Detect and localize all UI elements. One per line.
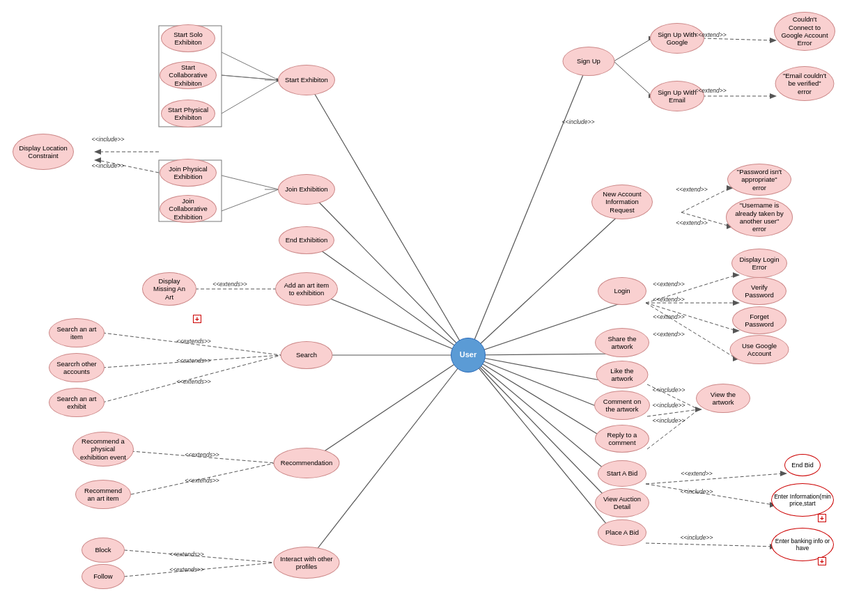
- email-not-verified-label: "Email couldn't be verified" error: [782, 72, 828, 95]
- join-exhibiton-node: Join Exhibition: [278, 174, 335, 205]
- enter-info-label: Enter Information(min price,start: [772, 493, 833, 507]
- include-label-signup: <<include>>: [562, 118, 595, 125]
- couldnt-connect-label: Couldn't Connect to Google Account Error: [780, 15, 829, 47]
- sign-up-email-label: Sign Up With Email: [656, 88, 698, 104]
- search-accounts-label: Searcrh other accounts: [55, 360, 98, 376]
- login-node: Login: [598, 277, 646, 305]
- search-exhibit-node: Search an art exhibit: [49, 388, 104, 417]
- email-not-verified-node: "Email couldn't be verified" error: [775, 66, 835, 101]
- svg-line-72: [646, 543, 773, 547]
- start-collab-node: Start Collaborative Exhibiton: [160, 61, 217, 89]
- join-collab-node: Join Collaborative Exhibition: [160, 195, 217, 223]
- user-label: User: [460, 350, 476, 359]
- pwd-error-label: "Password isn't appropriate" error: [734, 168, 785, 191]
- end-exhibiton-node: End Exhibition: [279, 226, 334, 254]
- svg-line-0: [307, 80, 468, 355]
- interact-label: Interact with other profiles: [280, 555, 334, 571]
- forget-password-label: Forget Password: [738, 313, 780, 329]
- recommend-phys-node: Recommend a physical exhibition event: [72, 432, 134, 467]
- join-physical-node: Join Physical Exhibition: [160, 159, 217, 187]
- start-bid-node: Start A Bid: [598, 460, 646, 487]
- svg-line-24: [222, 175, 279, 189]
- search-exhibit-label: Search an art exhibit: [55, 395, 98, 411]
- include-label-view1: <<include>>: [653, 386, 685, 393]
- block-label: Block: [95, 546, 111, 554]
- add-art-label: Add an art item to exhibition: [281, 281, 332, 297]
- enter-info-node: Enter Information(min price,start: [771, 483, 834, 517]
- svg-marker-65: [695, 407, 702, 412]
- svg-marker-28: [94, 149, 101, 155]
- extends-label-search2: <<extends>>: [176, 357, 211, 364]
- extends-label-missing: <<extends>>: [212, 281, 247, 288]
- join-physical-label: Join Physical Exhibition: [166, 165, 210, 181]
- extends-label-search3: <<extends>>: [176, 378, 211, 385]
- enter-banking-label: Enter banking info or have: [772, 538, 833, 551]
- display-missing-node: Display Missing An Art: [142, 272, 196, 306]
- start-exhibiton-node: Start Exhibiton: [278, 65, 335, 95]
- start-phys-label: Start Physical Exhibiton: [167, 106, 209, 122]
- include-label-view3: <<include>>: [653, 417, 685, 424]
- verify-password-node: Verify Password: [732, 277, 786, 305]
- extends-label-int1: <<extends>>: [169, 551, 204, 558]
- pwd-error-node: "Password isn't appropriate" error: [727, 164, 791, 196]
- start-bid-label: Start A Bid: [607, 469, 637, 477]
- extend-label-email: <<extend>>: [695, 87, 726, 94]
- extend-label-newaccount2: <<extend>>: [676, 219, 707, 226]
- include-label-bid2: <<include>>: [681, 488, 713, 495]
- search-accounts-node: Searcrh other accounts: [49, 353, 104, 382]
- display-loc-label: Display Location Constraint: [19, 144, 68, 160]
- svg-marker-69: [780, 471, 787, 476]
- extends-label-rec1: <<extends>>: [185, 451, 219, 458]
- end-bid-label: End Bid: [791, 462, 814, 469]
- extend-label-google: <<extend>>: [695, 31, 726, 38]
- start-collab-label: Start Collaborative Exhibiton: [166, 63, 210, 87]
- display-login-error-label: Display Login Error: [738, 256, 781, 272]
- interact-node: Interact with other profiles: [274, 547, 340, 579]
- view-artwork-label: View the artwork: [702, 391, 744, 407]
- svg-line-16: [468, 355, 622, 543]
- extend-label-bid1: <<extend>>: [681, 470, 712, 477]
- include-label-2: <<include>>: [92, 162, 125, 169]
- extend-label-login2: <<extend>>: [653, 296, 684, 303]
- recommend-art-node: Recommend an art item: [75, 480, 131, 509]
- start-exhibiton-label: Start Exhibiton: [285, 76, 328, 84]
- svg-line-66: [647, 409, 699, 416]
- share-artwork-label: Share the artwork: [601, 335, 643, 351]
- start-phys-node: Start Physical Exhibiton: [161, 100, 215, 127]
- svg-line-21: [222, 75, 279, 80]
- svg-line-68: [646, 473, 784, 484]
- view-auction-node: View Auction Detail: [595, 488, 649, 517]
- join-collab-label: Join Collaborative Exhibition: [166, 197, 210, 221]
- use-google-node: Use Google Account: [730, 335, 789, 364]
- svg-line-1: [307, 189, 468, 355]
- like-artwork-label: Like the artwork: [603, 367, 642, 383]
- extend-label-login3: <<extend>>: [653, 313, 684, 320]
- sign-up-google-label: Sign Up With Google: [656, 31, 698, 47]
- end-bid-node: End Bid: [784, 454, 821, 476]
- extend-label-login4: <<extend>>: [653, 331, 684, 338]
- use-google-label: Use Google Account: [736, 342, 783, 358]
- place-bid-node: Place A Bid: [598, 519, 646, 546]
- svg-line-44: [614, 38, 652, 61]
- comment-artwork-label: Comment on the artwork: [600, 398, 644, 414]
- svg-line-25: [222, 189, 279, 211]
- extends-label-int2: <<extends>>: [169, 566, 204, 573]
- svg-marker-59: [733, 300, 740, 306]
- place-bid-label: Place A Bid: [605, 528, 639, 536]
- extends-label-rec2: <<extends>>: [185, 477, 219, 484]
- reply-comment-node: Reply to a comment: [595, 425, 649, 453]
- comment-artwork-node: Comment on the artwork: [594, 391, 650, 420]
- extend-label-newaccount1: <<extend>>: [676, 186, 707, 193]
- recommendation-label: Recommendation: [281, 459, 332, 467]
- svg-line-19: [222, 75, 279, 80]
- include-label-1: <<include>>: [92, 136, 125, 143]
- svg-line-5: [307, 355, 468, 463]
- extend-label-login1: <<extend>>: [653, 281, 684, 288]
- display-login-error-node: Display Login Error: [731, 249, 787, 278]
- start-solo-label: Start Solo Exhibiton: [167, 31, 209, 47]
- username-error-node: "Username is already taken by another us…: [726, 198, 793, 237]
- include-label-bid3: <<include>>: [681, 534, 713, 541]
- like-artwork-node: Like the artwork: [596, 361, 649, 389]
- extends-label-search1: <<extends>>: [176, 338, 211, 345]
- reply-comment-label: Reply to a comment: [601, 431, 643, 447]
